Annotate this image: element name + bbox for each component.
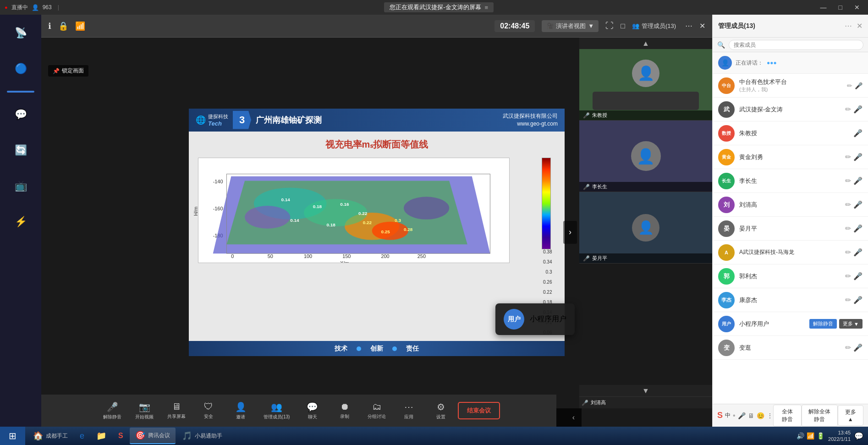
taskbar-right: 🔊 📶 🔋 13:45 2022/1/11 💬	[792, 429, 868, 443]
viewer-icon: 👤	[32, 4, 39, 11]
safety-button[interactable]: 🛡 安全	[194, 399, 224, 422]
view-mode-btn[interactable]: 🎥 演讲者视图 ▼	[542, 20, 599, 32]
search-input[interactable]	[729, 40, 863, 50]
scroll-up-arrow[interactable]: ▲	[579, 38, 712, 49]
taskbar-item-sogou[interactable]: S	[113, 428, 129, 444]
title-bar: ● 直播中 👤 963 | 您正在观看武汉捷探-金文涛的屏幕 ≡ — □ ✕	[0, 0, 868, 15]
mic-toolbar-icon: 🎤	[738, 412, 746, 419]
info-icon[interactable]: ℹ	[48, 21, 51, 31]
record-button[interactable]: ⏺ 录制	[330, 399, 359, 422]
member-avatar-xiaochengyong: 用户	[718, 316, 735, 332]
slide-bottom-bar: 技术 创新 责任	[189, 341, 565, 356]
subtitle-arrow-left[interactable]: ‹	[572, 413, 575, 422]
members-settings-btn[interactable]: ⋯	[845, 22, 852, 30]
members-more-button[interactable]: 更多 ▲	[838, 405, 863, 426]
apps-icon: ⋯	[404, 401, 413, 412]
clock-date: 2022/1/11	[828, 436, 851, 442]
svg-text:0.14: 0.14	[281, 197, 290, 202]
taskbar-item-chengdu[interactable]: 🏠 成都手工	[27, 428, 73, 444]
members-more-dropdown: ▲	[848, 416, 853, 423]
presentation-area: ℹ 🔒 📶 02:48:45 🎥 演讲者视图 ▼ ⛶ □ 👥 管理成员(13) …	[41, 15, 712, 427]
sogou-area: S 中 • 🎤 🖥 😊 ⋮	[717, 411, 773, 420]
member-info-yanyueping: 晏月平	[739, 225, 841, 233]
sidebar-icon-4: 🔄	[7, 137, 34, 164]
member-info-zhongtai: 中台有色技术平台 (主持人，我)	[739, 78, 842, 93]
member-name-lichangsheng: 李长生	[739, 177, 841, 185]
taskbar-icon-xiaoyi: 🎵	[182, 431, 192, 441]
svg-text:0.28: 0.28	[404, 226, 413, 231]
mic-icon-zhu-member: 🎤	[853, 129, 863, 137]
participant-name-yan: 晏月平	[592, 255, 607, 262]
group-icon: 🗂	[372, 401, 381, 412]
member-name-liuqinggao: 刘清高	[739, 201, 841, 209]
timer-display: 02:48:45	[494, 20, 535, 32]
slide-next-arrow[interactable]: ›	[563, 221, 577, 244]
slide-subtitle: 视充电率mₛ拟断面等值线	[198, 138, 555, 151]
manage-members-button[interactable]: 👥 管理成员(13)	[258, 399, 296, 423]
lock-icon[interactable]: 🔒	[58, 21, 68, 31]
member-item-bianguang: 变 变逛 ✏ 🎤	[713, 336, 868, 360]
dot-1	[357, 346, 361, 351]
video-button[interactable]: 📷 开始视频	[130, 399, 159, 423]
screen-toolbar-icon: 🖥	[748, 412, 754, 419]
member-item-huangjin: 黄金 黄金刘勇 ✏ 🎤	[713, 145, 868, 169]
globe-icon: 🌐	[196, 115, 206, 125]
apps-button[interactable]: ⋯ 应用	[394, 399, 423, 423]
members-count[interactable]: 👥 管理成员(13)	[632, 22, 676, 30]
member-info-guolijie: 郭利杰	[739, 272, 841, 280]
collapse-icon[interactable]: ≡	[485, 4, 489, 11]
mic-icon-guolijie: 🎤	[853, 272, 863, 280]
minimize-btn[interactable]: —	[817, 3, 830, 12]
member-more-btn[interactable]: 更多 ▼	[839, 319, 863, 329]
video-name-yan: 🎤 晏月平	[579, 253, 712, 263]
maximize-btn[interactable]: □	[835, 3, 846, 12]
members-close-btn[interactable]: ✕	[857, 22, 863, 30]
member-name-guolijie: 郭利杰	[739, 272, 841, 280]
settings-button[interactable]: ⚙ 设置	[426, 399, 456, 423]
unmute-all-button[interactable]: 解除全体静音	[802, 405, 838, 427]
mute-all-button[interactable]: 全体静音	[773, 405, 802, 427]
member-name-kangyanjie: 康彦杰	[739, 296, 841, 304]
record-label: 录制	[340, 413, 349, 420]
mic-icon-li: 🎤	[583, 184, 590, 190]
chat-button[interactable]: 💬 聊天	[297, 399, 327, 423]
group-button[interactable]: 🗂 分组讨论	[362, 399, 391, 422]
signal-icon: 📶	[75, 21, 85, 31]
svg-text:0: 0	[231, 253, 234, 259]
members-icon: 👥	[632, 22, 639, 29]
expand-icon[interactable]: ⛶	[605, 21, 614, 31]
close-btn[interactable]: ✕	[851, 3, 863, 12]
svg-point-17	[404, 197, 449, 220]
close-panel-icon[interactable]: ✕	[699, 22, 705, 30]
member-info-wuhan: 武汉捷探-金文涛	[739, 105, 841, 114]
taskbar-item-explorer[interactable]: 📁	[91, 428, 112, 444]
search-icon: 🔍	[717, 41, 725, 49]
unmute-button[interactable]: 🎤 解除静音	[98, 399, 127, 423]
invite-button[interactable]: 👤 邀请	[226, 399, 256, 423]
edit-icon-zhongtai: ✏	[847, 82, 852, 89]
share-screen-button[interactable]: 🖥 共享屏幕	[162, 399, 192, 422]
scroll-down-arrow[interactable]: ▼	[579, 385, 712, 396]
svg-text:0.18: 0.18	[313, 204, 322, 209]
end-meeting-button[interactable]: 结束会议	[458, 402, 500, 419]
member-icons-mahailong: ✏ 🎤	[845, 248, 863, 257]
edit-icon-huangjin: ✏	[845, 153, 851, 161]
taskbar-item-tencent[interactable]: 🎯 腾讯会议	[130, 428, 176, 444]
member-info-kangyanjie: 康彦杰	[739, 296, 841, 304]
banner-text: 您正在观看武汉捷探-金文涛的屏幕	[390, 3, 481, 11]
notification-icon[interactable]: 💬	[854, 432, 863, 440]
video-content-zhu: 👤	[579, 49, 712, 120]
record-icon: ⏺	[340, 401, 349, 412]
unmute-member-btn[interactable]: 解除静音	[809, 319, 837, 329]
screen-mode-icon[interactable]: □	[621, 22, 625, 30]
start-button[interactable]: ⊞	[0, 427, 25, 445]
video-content-li: 👤	[579, 121, 712, 192]
svg-text:200: 200	[381, 253, 389, 259]
taskbar-item-xiaoyi[interactable]: 🎵 小易通助手	[176, 428, 228, 444]
member-name-zhongtai: 中台有色技术平台	[739, 78, 842, 86]
svg-text:0.18: 0.18	[327, 222, 336, 227]
bottom-toolbar: 🎤 解除静音 📷 开始视频 🖥 共享屏幕 🛡 安全 👤 邀请 👥 管理成	[41, 395, 556, 427]
taskbar-item-ie[interactable]: e	[74, 428, 90, 444]
members-settings-icon[interactable]: ⋯	[685, 22, 692, 30]
edit-icon-lichangsheng: ✏	[845, 176, 851, 185]
